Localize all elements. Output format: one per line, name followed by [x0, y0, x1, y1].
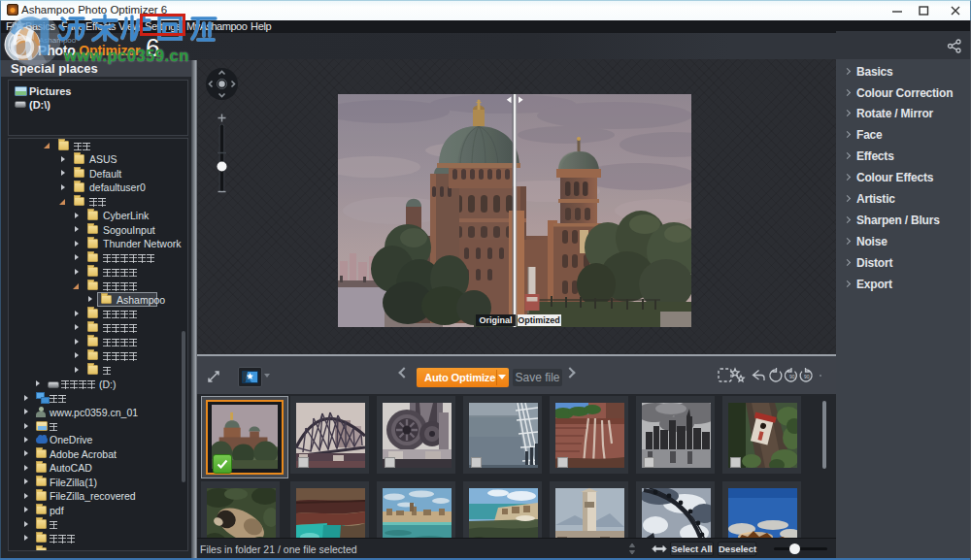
svg-text:90: 90	[804, 374, 810, 379]
svg-text:90: 90	[789, 374, 795, 379]
